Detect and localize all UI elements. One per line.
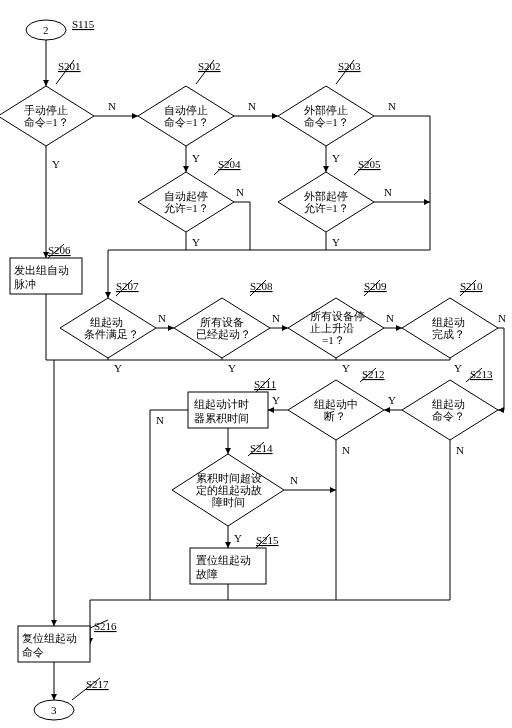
edge-y: Y	[234, 532, 242, 544]
tag-s115: S115	[72, 18, 95, 30]
edge-y: Y	[272, 394, 280, 406]
edge-y: Y	[52, 158, 60, 170]
tag-s207: S207	[116, 280, 139, 292]
edge-n: N	[388, 100, 396, 112]
tag-s209: S209	[364, 280, 387, 292]
connector-in-label: 2	[43, 24, 49, 36]
tag-s213: S213	[470, 368, 493, 380]
s207-l1: 组起动	[90, 316, 123, 328]
edge-n: N	[156, 414, 164, 426]
edge-n: N	[272, 312, 280, 324]
edge-n: N	[384, 186, 392, 198]
s210-l1: 组起动	[432, 316, 465, 328]
s204-l2: 允许=1？	[164, 202, 209, 214]
s213-l2: 命令？	[432, 410, 465, 422]
s209-l3: =1？	[322, 334, 345, 346]
s204-l1: 自动起停	[164, 190, 208, 202]
s202-l1: 自动停止	[164, 104, 208, 116]
tag-s210: S210	[460, 280, 483, 292]
s210-l2: 完成？	[432, 328, 465, 340]
edge-y: Y	[192, 236, 200, 248]
edge-y: Y	[342, 362, 350, 374]
edge-y: Y	[332, 152, 340, 164]
edge-y: Y	[114, 362, 122, 374]
s211-l1: 组起动计时	[194, 398, 249, 410]
s201-l2: 命令=1？	[24, 116, 69, 128]
edge-n: N	[290, 474, 298, 486]
edge-n: N	[236, 186, 244, 198]
edge-y: Y	[388, 394, 396, 406]
s208-l1: 所有设备	[200, 316, 244, 328]
s208-l2: 已经起动？	[196, 328, 251, 340]
edge-n: N	[498, 312, 506, 324]
s205-l2: 允许=1？	[304, 202, 349, 214]
s213-l1: 组起动	[432, 398, 465, 410]
s215-l2: 故障	[196, 568, 218, 580]
s206-l2: 脉冲	[14, 278, 36, 290]
s212-l2: 断？	[324, 410, 346, 422]
s216-l2: 命令	[22, 646, 44, 658]
s214-l3: 障时间	[212, 496, 245, 508]
s216-l1: 复位组起动	[22, 632, 77, 644]
tag-s208: S208	[250, 280, 273, 292]
tag-s211: S211	[254, 378, 276, 390]
s203-l1: 外部停止	[304, 104, 348, 116]
s214-l2: 定的组起动故	[196, 484, 262, 496]
s205-l1: 外部起停	[304, 190, 348, 202]
edge-y: Y	[454, 362, 462, 374]
tag-s206: S206	[48, 244, 71, 256]
s212-l1: 组起动中	[314, 398, 358, 410]
edge-n: N	[342, 444, 350, 456]
s214-l1: 累积时间超设	[196, 472, 262, 484]
tag-s216: S216	[94, 620, 117, 632]
edge-n: N	[456, 444, 464, 456]
edge-y: Y	[228, 362, 236, 374]
edge-n: N	[248, 100, 256, 112]
s207-l2: 条件满足？	[84, 328, 139, 340]
edge-y: Y	[192, 152, 200, 164]
s215-l1: 置位组起动	[196, 554, 251, 566]
connector-out-label: 3	[51, 704, 57, 716]
s211-l2: 器累积时间	[194, 412, 249, 424]
edge-n: N	[108, 100, 116, 112]
s206-l1: 发出组自动	[14, 264, 69, 276]
edge-n: N	[158, 312, 166, 324]
s209-l2: 止上升沿	[310, 322, 354, 334]
s201-l1: 手动停止	[24, 104, 68, 116]
s209-l1: 所有设备停	[310, 310, 365, 322]
edge-y: Y	[332, 236, 340, 248]
s202-l2: 命令=1？	[164, 116, 209, 128]
edge-n: N	[386, 312, 394, 324]
s203-l2: 命令=1？	[304, 116, 349, 128]
